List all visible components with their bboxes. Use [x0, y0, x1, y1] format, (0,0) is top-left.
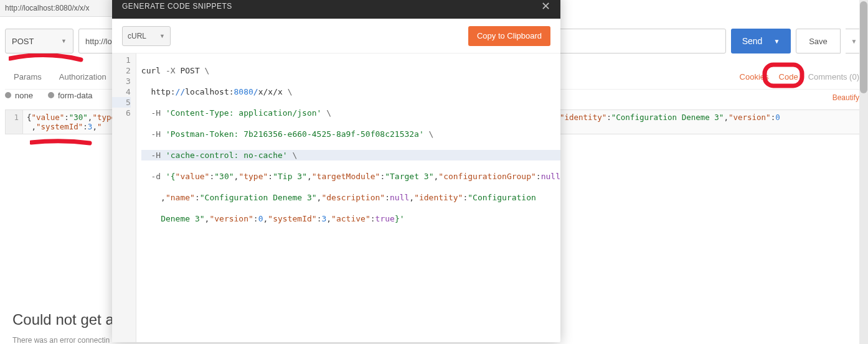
- copy-clipboard-button[interactable]: Copy to Clipboard: [468, 26, 550, 46]
- code-gutter: 1 2 3 4 5 6: [112, 53, 136, 342]
- code-snippet-modal: GENERATE CODE SNIPPETS ✕ cURL ▼ Copy to …: [112, 0, 560, 342]
- chevron-down-icon: ▼: [159, 33, 165, 39]
- code-lines: curl -X POST \ http://localhost:8080/x/x…: [136, 53, 560, 342]
- modal-backdrop: GENERATE CODE SNIPPETS ✕ cURL ▼ Copy to …: [0, 0, 868, 344]
- language-label: cURL: [128, 32, 146, 40]
- modal-toolbar: cURL ▼ Copy to Clipboard: [112, 19, 560, 53]
- language-dropdown[interactable]: cURL ▼: [122, 26, 171, 46]
- modal-title: GENERATE CODE SNIPPETS: [122, 2, 232, 11]
- modal-header: GENERATE CODE SNIPPETS ✕: [112, 0, 560, 19]
- close-icon[interactable]: ✕: [541, 0, 551, 13]
- code-area[interactable]: 1 2 3 4 5 6 curl -X POST \ http://localh…: [112, 53, 560, 342]
